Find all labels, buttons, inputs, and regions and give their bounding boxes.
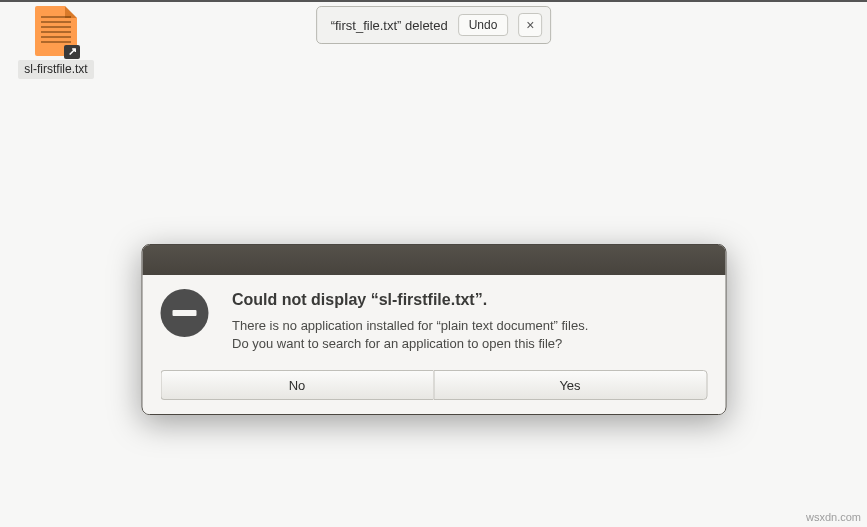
dialog-title: Could not display “sl-firstfile.txt”.: [232, 291, 707, 309]
dialog-button-row: No Yes: [160, 370, 707, 400]
dialog-description: There is no application installed for “p…: [232, 317, 707, 352]
file-label: sl-firstfile.txt: [18, 60, 94, 79]
undo-delete-toast: “first_file.txt” deleted Undo ×: [316, 6, 552, 44]
no-entry-icon: [160, 289, 208, 337]
watermark: wsxdn.com: [806, 511, 861, 523]
text-file-icon: [35, 6, 77, 56]
dialog-titlebar[interactable]: [142, 245, 725, 275]
dialog-body: Could not display “sl-firstfile.txt”. Th…: [142, 275, 725, 414]
yes-button[interactable]: Yes: [433, 370, 707, 400]
dialog-desc-line2: Do you want to search for an application…: [232, 336, 562, 351]
symlink-badge-icon: [64, 45, 80, 59]
desktop-file-icon[interactable]: sl-firstfile.txt: [18, 6, 94, 79]
error-dialog: Could not display “sl-firstfile.txt”. Th…: [141, 244, 726, 415]
window-top-edge: [0, 0, 867, 2]
undo-button[interactable]: Undo: [458, 14, 509, 36]
no-button[interactable]: No: [160, 370, 433, 400]
toast-message: “first_file.txt” deleted: [331, 18, 448, 33]
close-toast-button[interactable]: ×: [518, 13, 542, 37]
dialog-desc-line1: There is no application installed for “p…: [232, 318, 588, 333]
